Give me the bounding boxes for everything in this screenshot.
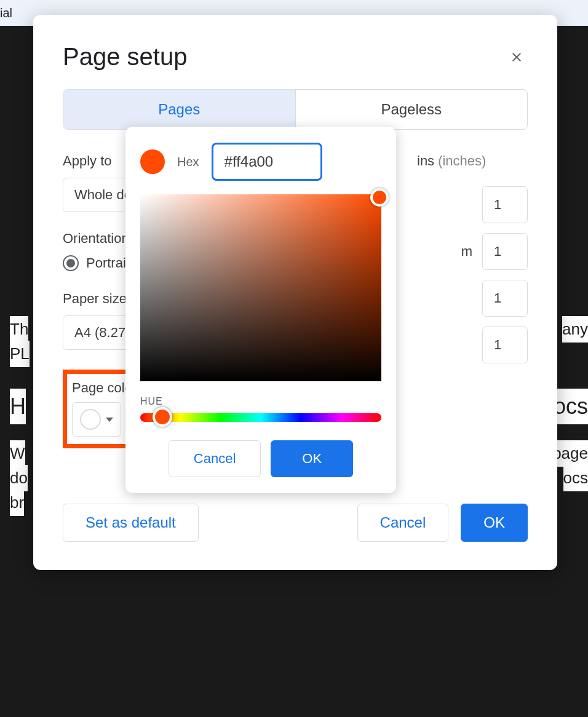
bg-text: page — [552, 440, 588, 467]
hue-slider[interactable] — [140, 413, 381, 422]
bg-font-name: ial — [0, 2, 18, 23]
margin-left-input[interactable]: 1 — [482, 280, 528, 317]
orientation-portrait-radio[interactable] — [63, 255, 79, 271]
close-button[interactable] — [506, 46, 528, 68]
margins-unit: (inches) — [438, 153, 486, 169]
saturation-value-area[interactable] — [140, 194, 381, 381]
bg-text: ocs — [563, 465, 588, 491]
margins-label: ins — [417, 153, 434, 169]
margin-left-value: 1 — [494, 290, 501, 306]
margin-bottom-value: 1 — [494, 244, 501, 259]
tab-pageless[interactable]: Pageless — [296, 90, 528, 129]
page-color-button[interactable] — [72, 402, 121, 437]
hue-thumb[interactable] — [153, 407, 172, 427]
chevron-down-icon — [106, 418, 113, 422]
margin-bottom-label: m — [429, 244, 472, 259]
bg-text: Th — [10, 316, 28, 343]
page-color-swatch — [80, 409, 101, 430]
color-preview-swatch — [140, 149, 165, 174]
margin-top-input[interactable]: 1 — [482, 186, 528, 223]
hex-input[interactable] — [212, 143, 322, 181]
margin-right-input[interactable]: 1 — [482, 327, 528, 363]
bg-heading: ocs — [554, 389, 588, 424]
tab-bar: Pages Pageless — [63, 89, 528, 130]
margin-top-value: 1 — [494, 197, 501, 213]
hue-label: HUE — [140, 396, 381, 407]
dialog-title: Page setup — [63, 43, 187, 71]
bg-text: W — [10, 440, 25, 467]
cancel-button[interactable]: Cancel — [357, 504, 449, 542]
colorpicker-ok-button[interactable]: OK — [271, 440, 353, 477]
bg-text: do — [10, 465, 28, 491]
margin-right-value: 1 — [494, 337, 501, 353]
close-icon — [509, 50, 524, 65]
set-default-button[interactable]: Set as default — [63, 504, 199, 542]
hex-label: Hex — [177, 155, 199, 169]
bg-text: br — [10, 489, 24, 516]
ok-button[interactable]: OK — [461, 504, 528, 542]
tab-pages[interactable]: Pages — [63, 90, 295, 129]
colorpicker-cancel-button[interactable]: Cancel — [169, 440, 261, 477]
sv-thumb[interactable] — [370, 188, 389, 207]
color-picker-popover: Hex HUE Cancel OK — [125, 127, 396, 493]
bg-heading: H — [10, 389, 26, 424]
bg-text: PL — [10, 341, 30, 367]
margin-bottom-input[interactable]: 1 — [482, 233, 528, 270]
orientation-portrait-label: Portrait — [86, 255, 130, 271]
bg-text: any — [562, 316, 588, 343]
